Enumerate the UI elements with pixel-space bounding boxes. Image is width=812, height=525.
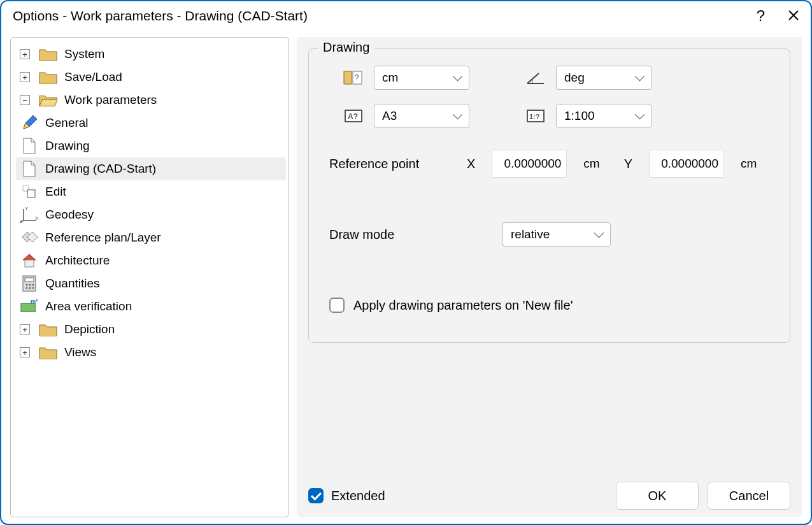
tree-item-label: Depiction	[64, 322, 115, 336]
tree-item-views[interactable]: + Views	[16, 341, 286, 364]
length-unit-icon: ?	[342, 68, 365, 87]
angle-unit-icon	[524, 68, 547, 87]
ref-x-input[interactable]	[492, 150, 567, 178]
svg-rect-1	[27, 190, 35, 198]
svg-rect-5	[25, 260, 34, 267]
tree-item-drawing[interactable]: Drawing	[16, 134, 286, 157]
draw-mode-label: Draw mode	[329, 227, 486, 242]
svg-rect-16	[344, 71, 352, 84]
ref-y-input[interactable]	[649, 150, 724, 178]
svg-text:X: X	[35, 215, 39, 221]
length-unit-combo[interactable]: cm	[374, 66, 469, 90]
tree-item-label: Reference plan/Layer	[45, 231, 161, 245]
tree-item-system[interactable]: + System	[16, 43, 286, 66]
tree-item-label: System	[64, 47, 104, 61]
expand-icon[interactable]: +	[20, 324, 30, 334]
tree-item-refplan[interactable]: Reference plan/Layer	[16, 226, 286, 249]
extended-label: Extended	[331, 489, 385, 503]
tree-item-label: Drawing (CAD-Start)	[45, 162, 156, 176]
drawing-group: Drawing ? cm	[308, 48, 790, 343]
ok-button[interactable]: OK	[616, 482, 699, 510]
x-label: X	[467, 157, 475, 171]
ref-point-label: Reference point	[329, 157, 450, 171]
combo-value: cm	[382, 71, 398, 85]
combo-value: 1:100	[564, 109, 595, 123]
scale-combo[interactable]: 1:100	[556, 104, 652, 128]
svg-text:?: ?	[355, 73, 359, 82]
folder-icon	[39, 322, 58, 337]
tree-item-label: Drawing	[45, 139, 90, 153]
tree-item-label: General	[45, 116, 89, 130]
edit-icon	[20, 184, 39, 199]
file-icon	[20, 138, 39, 154]
axes-icon: YXz	[20, 207, 39, 222]
svg-text:A?: A?	[348, 112, 358, 121]
tree-item-workparams[interactable]: − Work parameters	[16, 89, 286, 111]
cancel-button[interactable]: Cancel	[708, 482, 790, 510]
collapse-icon[interactable]: −	[20, 95, 30, 105]
paper-size-icon: A?	[342, 106, 365, 126]
svg-point-11	[26, 287, 28, 289]
tree-item-drawing-cadstart[interactable]: Drawing (CAD-Start)	[16, 157, 286, 180]
tree-item-label: Architecture	[45, 254, 110, 268]
window-title: Options - Work parameters - Drawing (CAD…	[13, 8, 308, 24]
tree-item-label: Area verification	[45, 299, 132, 313]
settings-panel: Drawing ? cm	[297, 37, 802, 517]
draw-mode-combo[interactable]: relative	[502, 222, 611, 247]
folder-icon	[39, 47, 58, 62]
house-icon	[20, 253, 39, 268]
tree-item-label: Work parameters	[64, 93, 157, 107]
expand-icon[interactable]: +	[20, 347, 30, 357]
tree-item-general[interactable]: General	[16, 111, 286, 134]
angle-unit-combo[interactable]: deg	[556, 66, 652, 90]
area-icon: m²	[20, 299, 39, 314]
apply-checkbox[interactable]	[329, 298, 345, 313]
svg-point-8	[26, 284, 28, 286]
svg-point-9	[29, 284, 31, 286]
combo-value: A3	[382, 109, 397, 123]
svg-text:1:?: 1:?	[529, 113, 540, 120]
tree-item-edit[interactable]: Edit	[16, 180, 286, 203]
scale-icon: 1:?	[524, 106, 547, 126]
tree-item-label: Save/Load	[64, 70, 122, 84]
svg-text:m²: m²	[31, 298, 38, 305]
tree-item-architecture[interactable]: Architecture	[16, 249, 286, 272]
svg-point-10	[32, 284, 34, 286]
folder-open-icon	[39, 92, 58, 108]
close-icon[interactable]	[788, 7, 799, 25]
tree-item-areaverif[interactable]: m² Area verification	[16, 295, 286, 318]
pencil-icon	[20, 115, 39, 131]
tree-item-label: Geodesy	[45, 208, 94, 222]
titlebar: Options - Work parameters - Drawing (CAD…	[1, 1, 811, 31]
nav-tree: + System + Save/Load	[10, 37, 289, 517]
tree-item-label: Edit	[45, 185, 66, 199]
svg-point-12	[29, 287, 31, 289]
y-label: Y	[624, 157, 632, 171]
tree-item-depiction[interactable]: + Depiction	[16, 318, 286, 341]
svg-rect-7	[25, 278, 34, 282]
tree-item-label: Quantities	[45, 277, 100, 291]
group-title: Drawing	[318, 40, 374, 55]
paper-size-combo[interactable]: A3	[374, 104, 469, 128]
tree-item-geodesy[interactable]: YXz Geodesy	[16, 203, 286, 226]
options-dialog: Options - Work parameters - Drawing (CAD…	[0, 0, 812, 525]
x-unit: cm	[583, 157, 599, 171]
expand-icon[interactable]: +	[20, 49, 30, 59]
svg-point-13	[32, 287, 34, 289]
extended-checkbox[interactable]	[308, 488, 324, 503]
tree-item-saveload[interactable]: + Save/Load	[16, 66, 286, 89]
expand-icon[interactable]: +	[20, 72, 30, 82]
dialog-footer: Extended OK Cancel	[308, 470, 790, 510]
tree-item-label: Views	[64, 345, 96, 359]
calculator-icon	[20, 276, 39, 291]
y-unit: cm	[741, 157, 757, 171]
combo-value: relative	[511, 227, 550, 241]
svg-text:Y: Y	[25, 206, 29, 212]
file-icon	[20, 161, 39, 176]
help-icon[interactable]: ?	[757, 7, 765, 25]
combo-value: deg	[564, 71, 585, 85]
refplan-icon	[20, 230, 39, 245]
tree-item-quantities[interactable]: Quantities	[16, 272, 286, 295]
folder-icon	[39, 345, 58, 360]
apply-label: Apply drawing parameters on 'New file'	[353, 298, 573, 313]
